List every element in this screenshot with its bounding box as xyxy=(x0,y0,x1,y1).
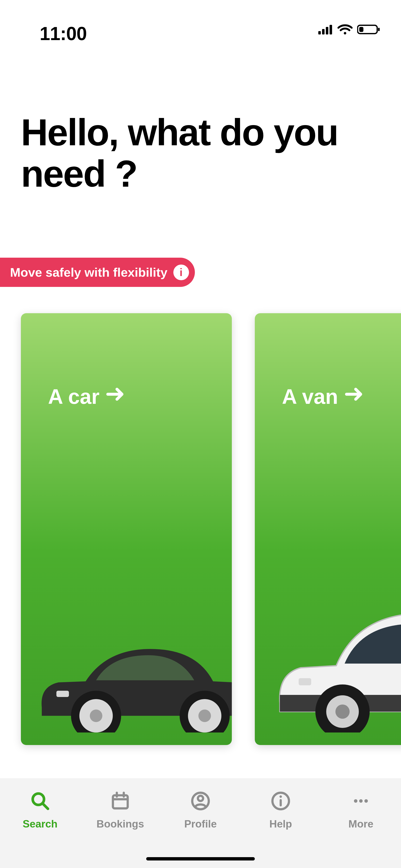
svg-rect-2 xyxy=(326,27,328,34)
svg-rect-14 xyxy=(56,691,69,697)
status-time: 11:00 xyxy=(40,23,87,44)
svg-rect-7 xyxy=(378,28,380,31)
page-title: Hello, what do you need ? xyxy=(21,112,401,194)
svg-rect-0 xyxy=(318,31,321,34)
search-icon xyxy=(9,789,71,812)
tab-search[interactable]: Search xyxy=(9,789,71,830)
svg-point-32 xyxy=(354,799,358,803)
svg-point-13 xyxy=(198,710,211,722)
promo-banner[interactable]: Move safely with flexibility i xyxy=(0,258,195,287)
info-icon xyxy=(249,789,312,812)
info-icon: i xyxy=(173,265,189,280)
svg-point-19 xyxy=(335,705,350,719)
card-car[interactable]: A car xyxy=(21,313,232,745)
vehicle-cards: A car A van xyxy=(21,313,401,745)
svg-rect-23 xyxy=(113,795,128,808)
arrow-right-icon xyxy=(344,384,364,409)
tab-profile-label: Profile xyxy=(169,818,232,830)
svg-point-34 xyxy=(365,799,368,803)
tab-bar: Search Bookings Profile Help More xyxy=(0,778,401,868)
tab-more-label: More xyxy=(330,818,392,830)
cellular-icon xyxy=(318,25,333,34)
battery-icon xyxy=(357,24,380,35)
home-indicator[interactable] xyxy=(146,857,255,861)
card-van[interactable]: A van xyxy=(255,313,401,745)
car-illustration xyxy=(33,599,232,733)
tab-profile[interactable]: Profile xyxy=(169,789,232,830)
svg-point-4 xyxy=(344,32,346,34)
tab-help-label: Help xyxy=(249,818,312,830)
profile-icon xyxy=(169,789,232,812)
status-indicators xyxy=(318,24,380,35)
tab-search-label: Search xyxy=(9,818,71,830)
more-icon xyxy=(330,789,392,812)
wifi-icon xyxy=(338,24,352,35)
svg-point-10 xyxy=(90,710,102,722)
svg-point-28 xyxy=(198,796,203,801)
arrow-right-icon xyxy=(105,384,125,409)
svg-point-33 xyxy=(359,799,363,803)
card-van-text: A van xyxy=(282,384,338,409)
card-car-label: A car xyxy=(48,384,125,409)
tab-bookings[interactable]: Bookings xyxy=(89,789,152,830)
card-van-label: A van xyxy=(282,384,364,409)
svg-rect-20 xyxy=(299,678,311,685)
svg-rect-3 xyxy=(330,25,332,34)
tab-bookings-label: Bookings xyxy=(89,818,152,830)
svg-point-31 xyxy=(279,795,282,798)
svg-line-22 xyxy=(43,804,48,809)
calendar-icon xyxy=(89,789,152,812)
svg-rect-1 xyxy=(322,29,325,34)
card-car-text: A car xyxy=(48,384,99,409)
tab-more[interactable]: More xyxy=(330,789,392,830)
status-bar: 11:00 xyxy=(0,0,401,54)
tab-help[interactable]: Help xyxy=(249,789,312,830)
van-illustration xyxy=(267,561,401,733)
svg-rect-6 xyxy=(359,27,363,32)
promo-text: Move safely with flexibility xyxy=(10,265,167,280)
